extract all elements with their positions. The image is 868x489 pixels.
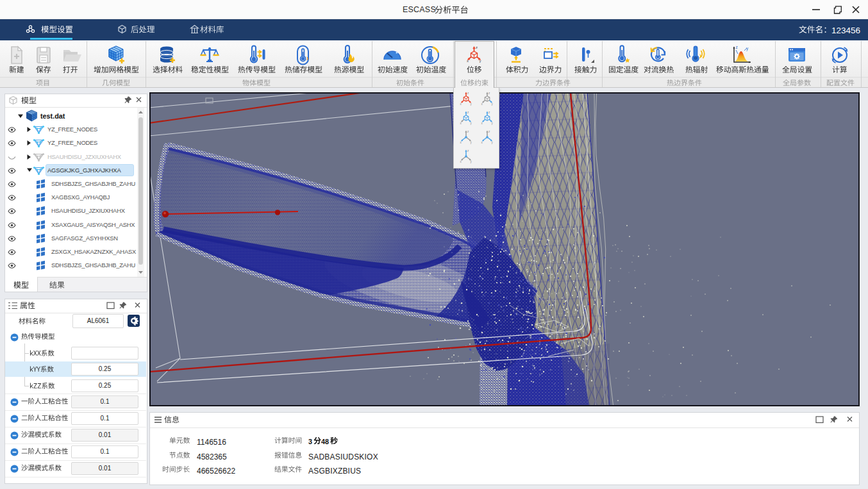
svg-text:y: y	[471, 160, 472, 163]
svg-text:x: x	[481, 141, 483, 144]
svg-text:z: z	[476, 46, 478, 49]
svg-text:y: y	[492, 103, 494, 106]
svg-text:y: y	[471, 103, 472, 106]
svg-text:y: y	[471, 141, 472, 144]
svg-text:x: x	[467, 59, 469, 63]
svg-text:x: x	[481, 122, 483, 125]
svg-text:z: z	[467, 149, 469, 153]
svg-text:z: z	[488, 130, 490, 133]
svg-text:x: x	[481, 103, 483, 106]
svg-text:y: y	[492, 122, 494, 125]
svg-text:z: z	[488, 92, 490, 95]
svg-text:z: z	[467, 130, 469, 133]
svg-text:z: z	[467, 111, 469, 114]
svg-text:z: z	[488, 111, 490, 114]
svg-text:x: x	[460, 160, 462, 163]
svg-text:y: y	[492, 141, 494, 144]
svg-text:z: z	[736, 45, 738, 49]
svg-text:z: z	[467, 92, 469, 95]
svg-text:x: x	[460, 103, 462, 106]
svg-text:x: x	[460, 122, 462, 125]
svg-text:x: x	[460, 141, 462, 144]
svg-text:y: y	[480, 59, 481, 63]
svg-text:y: y	[471, 122, 472, 125]
